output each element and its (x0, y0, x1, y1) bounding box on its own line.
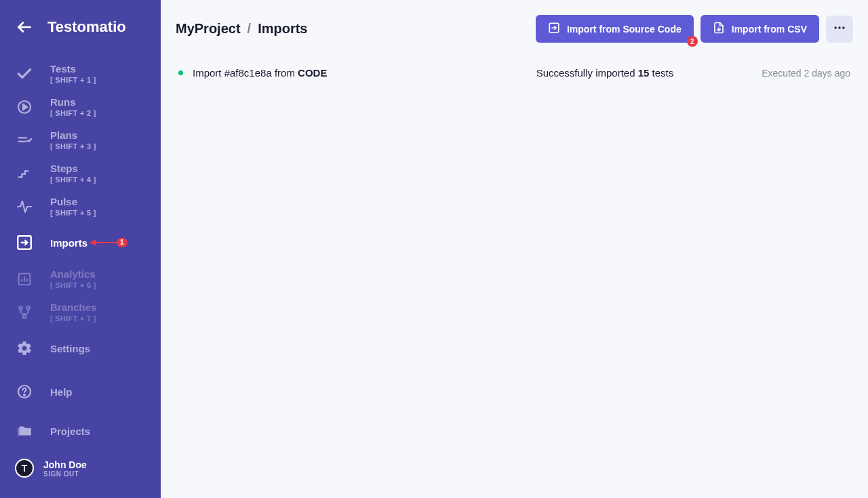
sidebar-item-imports[interactable]: Imports 1 (0, 223, 161, 262)
sidebar-item-label: Branches (50, 302, 96, 313)
nav-text: Tests [ SHIFT + 1 ] (50, 63, 96, 84)
import-title-source: CODE (298, 67, 327, 79)
button-label: Import from Source Code (567, 24, 682, 35)
svg-point-15 (23, 315, 26, 318)
breadcrumb-current: Imports (258, 21, 307, 37)
sidebar-item-steps[interactable]: Steps [ SHIFT + 4 ] (0, 157, 161, 190)
user-text: John Doe SIGN OUT (43, 459, 87, 478)
button-label: Import from CSV (732, 24, 807, 35)
nav-text: Branches [ SHIFT + 7 ] (50, 302, 96, 323)
import-status: Successfully imported 15 tests (536, 67, 762, 79)
pulse-icon (15, 197, 34, 216)
list-check-icon (15, 131, 34, 150)
bar-chart-icon (15, 270, 34, 289)
sidebar-item-projects[interactable]: Projects (0, 411, 161, 451)
user-name: John Doe (43, 459, 87, 470)
checkmark-icon (15, 64, 34, 83)
callout-badge: 1 (117, 238, 127, 247)
nav-text: Analytics [ SHIFT + 6 ] (50, 268, 96, 289)
sidebar-item-analytics[interactable]: Analytics [ SHIFT + 6 ] (0, 262, 161, 295)
status-count: 15 (638, 67, 650, 79)
svg-point-23 (838, 26, 840, 28)
sidebar-item-label: Pulse (50, 196, 96, 207)
callout-arrow: 1 (90, 238, 127, 247)
svg-point-22 (835, 26, 837, 28)
sidebar-item-label: Tests (50, 63, 96, 75)
status-prefix: Successfully imported (536, 67, 638, 79)
more-horizontal-icon (833, 21, 846, 37)
sidebar-header: Testomatio (0, 0, 161, 57)
svg-marker-2 (23, 104, 27, 110)
status-suffix: tests (649, 67, 673, 79)
sidebar-item-runs[interactable]: Runs [ SHIFT + 2 ] (0, 90, 161, 123)
sidebar-item-label: Imports (50, 237, 87, 249)
sidebar-item-label: Help (50, 386, 73, 398)
folders-icon (15, 421, 34, 440)
button-badge: 2 (687, 36, 698, 47)
svg-marker-8 (90, 239, 96, 246)
nav-text: Pulse [ SHIFT + 5 ] (50, 196, 96, 217)
sidebar-item-label: Plans (50, 129, 96, 141)
sidebar-item-shortcut: [ SHIFT + 2 ] (50, 109, 96, 117)
sign-out-link[interactable]: SIGN OUT (43, 470, 87, 478)
sidebar-item-shortcut: [ SHIFT + 4 ] (50, 175, 96, 184)
sidebar: Testomatio Tests [ SHIFT + 1 ] Runs [ SH… (0, 0, 161, 498)
sidebar-bottom: Help Projects T John Doe SIGN OUT (0, 372, 161, 498)
sidebar-item-shortcut: [ SHIFT + 3 ] (50, 142, 96, 150)
sidebar-item-label: Settings (50, 343, 90, 354)
breadcrumb: MyProject / Imports (176, 21, 308, 37)
nav-text: Plans [ SHIFT + 3 ] (50, 129, 96, 150)
sidebar-item-tests[interactable]: Tests [ SHIFT + 1 ] (0, 57, 161, 90)
sidebar-item-label: Steps (50, 163, 96, 174)
sidebar-nav: Tests [ SHIFT + 1 ] Runs [ SHIFT + 2 ] P… (0, 57, 161, 372)
file-icon (713, 22, 725, 36)
breadcrumb-sep: / (248, 21, 252, 37)
status-dot-icon (178, 70, 183, 75)
nav-text: Steps [ SHIFT + 4 ] (50, 163, 96, 184)
back-arrow-icon[interactable] (15, 18, 34, 37)
avatar: T (15, 459, 34, 478)
brand-title: Testomatio (47, 18, 126, 36)
sidebar-item-plans[interactable]: Plans [ SHIFT + 3 ] (0, 123, 161, 157)
svg-point-24 (842, 26, 844, 28)
sidebar-item-label: Runs (50, 96, 96, 108)
sidebar-item-shortcut: [ SHIFT + 7 ] (50, 314, 96, 323)
top-bar: MyProject / Imports Import from Source C… (176, 15, 853, 43)
import-title-prefix: Import #af8c1e8a from (193, 67, 298, 79)
sidebar-item-settings[interactable]: Settings (0, 329, 161, 368)
steps-icon (15, 164, 34, 183)
import-csv-button[interactable]: Import from CSV (701, 15, 819, 43)
sidebar-item-help[interactable]: Help (0, 372, 161, 411)
main: MyProject / Imports Import from Source C… (161, 0, 868, 498)
more-button[interactable] (826, 16, 853, 43)
nav-text: Settings (50, 343, 90, 354)
import-source-button[interactable]: Import from Source Code 2 (536, 15, 694, 43)
breadcrumb-parent[interactable]: MyProject (176, 21, 241, 37)
import-icon (15, 233, 34, 252)
sidebar-item-shortcut: [ SHIFT + 5 ] (50, 209, 96, 217)
sidebar-item-label: Analytics (50, 268, 96, 280)
sidebar-item-label: Projects (50, 426, 90, 437)
user-row[interactable]: T John Doe SIGN OUT (0, 451, 161, 490)
branch-icon (15, 303, 34, 322)
import-executed: Executed 2 days ago (762, 68, 850, 79)
sidebar-item-shortcut: [ SHIFT + 1 ] (50, 76, 96, 84)
nav-text: Projects (50, 426, 90, 437)
import-icon (548, 22, 560, 36)
sidebar-item-shortcut: [ SHIFT + 6 ] (50, 281, 96, 289)
gear-icon (15, 339, 34, 358)
sidebar-item-pulse[interactable]: Pulse [ SHIFT + 5 ] (0, 190, 161, 223)
import-title: Import #af8c1e8a from CODE (193, 67, 327, 79)
svg-point-18 (24, 394, 25, 396)
svg-point-13 (19, 306, 22, 310)
nav-text: Help (50, 386, 73, 398)
sidebar-item-branches[interactable]: Branches [ SHIFT + 7 ] (0, 295, 161, 329)
nav-text: Imports (50, 237, 87, 249)
play-circle-icon (15, 98, 34, 117)
top-actions: Import from Source Code 2 Import from CS… (536, 15, 853, 43)
import-row[interactable]: Import #af8c1e8a from CODE Successfully … (176, 62, 853, 84)
nav-text: Runs [ SHIFT + 2 ] (50, 96, 96, 117)
help-circle-icon (15, 382, 34, 401)
svg-point-14 (26, 306, 30, 310)
